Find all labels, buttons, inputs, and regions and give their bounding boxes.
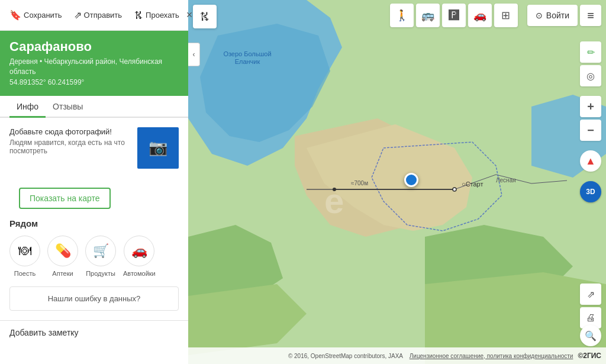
search-icon: 🔍 — [585, 330, 597, 342]
share-icon: ⇗ — [587, 289, 595, 300]
person-icon: 🚶 — [395, 9, 408, 22]
left-panel: 🔖 Сохранить ⇗ Отправить ⛕ Проехать × Сар… — [0, 0, 188, 364]
svg-text:Озеро Большой: Озеро Большой — [223, 50, 271, 57]
svg-text:e: e — [324, 181, 344, 221]
nearby-item-grocery[interactable]: 🛒 Продукты — [85, 236, 116, 277]
car-icon: 🚗 — [473, 9, 486, 22]
photo-add-block: Добавьте сюда фотографий! Людям нравится… — [0, 127, 188, 169]
svg-point-5 — [453, 188, 456, 191]
location-name: Сарафаново — [9, 39, 179, 54]
svg-text:Еланчик: Еланчик — [235, 58, 260, 65]
plus-icon: + — [587, 100, 594, 114]
location-header: Сарафаново Деревня • Чебаркульский район… — [0, 31, 188, 96]
threed-label: 3D — [586, 188, 595, 196]
show-map-button[interactable]: Показать на карте — [19, 188, 111, 209]
printer-icon: 🖨 — [586, 313, 595, 323]
compass-icon: ▲ — [585, 155, 596, 167]
photo-add-text: Добавьте сюда фотографий! Людям нравится… — [9, 127, 137, 169]
layers-nav-button[interactable]: ⊞ — [494, 4, 518, 27]
bus-nav-button[interactable]: 🚌 — [416, 4, 440, 27]
parking-icon: 🅿 — [449, 9, 459, 22]
nearby-item-carwash[interactable]: 🚗 Автомойки — [123, 236, 156, 277]
person-nav-button[interactable]: 🚶 — [390, 4, 414, 27]
bus-icon: 🚌 — [421, 9, 434, 22]
login-icon: ⊙ — [536, 11, 543, 20]
svg-text:≈700м: ≈700м — [351, 180, 368, 186]
send-label: Отправить — [84, 11, 122, 20]
add-note[interactable]: Добавить заметку — [0, 320, 188, 347]
save-label: Сохранить — [24, 11, 62, 20]
copyright-text: © 2016, OpenStreetMap contributors, JAXA — [288, 353, 403, 359]
photo-add-title: Добавьте сюда фотографий! — [9, 127, 131, 136]
draw-button[interactable]: ✏ — [580, 41, 601, 63]
layers-icon: ⊞ — [501, 9, 510, 22]
route-map-icon: ⛕ — [199, 11, 210, 23]
save-button[interactable]: 🔖 Сохранить — [5, 6, 67, 24]
menu-button[interactable]: ≡ — [580, 5, 601, 26]
sidebar-toggle[interactable]: ‹ — [188, 43, 200, 66]
tabs-bar: Инфо Отзывы — [0, 96, 188, 118]
share-map-button[interactable]: ⇗ — [580, 284, 601, 305]
map-search-button[interactable]: 🔍 — [580, 325, 601, 346]
food-label: Поесть — [14, 270, 36, 277]
zoom-in-button[interactable]: + — [580, 96, 601, 117]
svg-text:Лесная: Лесная — [496, 177, 516, 183]
minus-icon: − — [587, 124, 594, 137]
toolbar: 🔖 Сохранить ⇗ Отправить ⛕ Проехать × — [0, 0, 188, 31]
location-icon: ◎ — [586, 70, 595, 82]
map-bottom-bar: © 2016, OpenStreetMap contributors, JAXA… — [188, 347, 606, 364]
location-button[interactable]: ◎ — [580, 65, 601, 86]
send-button[interactable]: ⇗ Отправить — [69, 6, 127, 24]
route-label: Проехать — [146, 11, 179, 20]
grocery-label: Продукты — [86, 270, 115, 277]
nearby-icons: 🍽 Поесть 💊 Аптеки 🛒 Продукты 🚗 Автомойки — [9, 236, 179, 277]
grocery-icon: 🛒 — [85, 236, 116, 266]
map-svg: Озеро Большой Еланчик Лесная ○Старт ≈700… — [188, 0, 606, 364]
map-3d-button[interactable]: 3D — [580, 181, 601, 202]
login-label: Войти — [546, 11, 569, 20]
login-button[interactable]: ⊙ Войти — [527, 5, 578, 26]
nearby-section: Рядом 🍽 Поесть 💊 Аптеки 🛒 Продукты 🚗 Авт… — [0, 209, 188, 277]
nearby-item-food[interactable]: 🍽 Поесть — [9, 236, 40, 277]
nearby-item-pharmacy[interactable]: 💊 Аптеки — [47, 236, 78, 277]
map-bottom-right-controls: ⇗ 🖨 — [580, 284, 601, 328]
route-button[interactable]: ⛕ Проехать — [129, 7, 184, 24]
parking-nav-button[interactable]: 🅿 — [442, 4, 466, 27]
svg-text:○Старт: ○Старт — [462, 181, 483, 188]
photo-add-button[interactable]: 📷 — [137, 127, 179, 169]
nearby-title: Рядом — [9, 218, 179, 228]
map-nav-icons: 🚶 🚌 🅿 🚗 ⊞ ⊙ Войти ≡ — [390, 4, 601, 27]
food-icon: 🍽 — [9, 236, 40, 266]
zoom-out-button[interactable]: − — [580, 120, 601, 141]
camera-plus-icon: 📷 — [149, 138, 167, 157]
map-route-icon-button[interactable]: ⛕ — [193, 5, 217, 28]
pharmacy-icon: 💊 — [47, 236, 78, 266]
pharmacy-label: Аптеки — [52, 270, 73, 277]
map-right-controls: ✏ ◎ + − ▲ 3D — [580, 41, 601, 202]
license-links[interactable]: Лицензионное соглашение, политика конфид… — [410, 353, 573, 359]
bookmark-icon: 🔖 — [9, 9, 21, 21]
pencil-icon: ✏ — [587, 47, 595, 58]
panel-content: Добавьте сюда фотографий! Людям нравится… — [0, 118, 188, 364]
carwash-label: Автомойки — [123, 270, 156, 277]
tab-info[interactable]: Инфо — [9, 96, 46, 118]
egis-logo: ©2ГИС — [578, 352, 601, 360]
close-button[interactable]: × — [186, 7, 193, 24]
car-nav-button[interactable]: 🚗 — [468, 4, 492, 27]
share-icon: ⇗ — [74, 9, 82, 21]
map-pin — [404, 173, 418, 187]
carwash-icon: 🚗 — [124, 236, 154, 266]
location-coords: 54.891352° 60.241599° — [9, 78, 179, 86]
location-subtitle: Деревня • Чебаркульский район, Челябинск… — [9, 57, 179, 77]
map-area[interactable]: Озеро Большой Еланчик Лесная ○Старт ≈700… — [188, 0, 606, 364]
route-icon: ⛕ — [134, 10, 143, 21]
compass-button[interactable]: ▲ — [580, 150, 601, 172]
photo-add-subtitle: Людям нравится, когда есть на что посмот… — [9, 138, 131, 155]
tab-reviews[interactable]: Отзывы — [46, 96, 90, 118]
error-link[interactable]: Нашли ошибку в данных? — [9, 286, 179, 311]
